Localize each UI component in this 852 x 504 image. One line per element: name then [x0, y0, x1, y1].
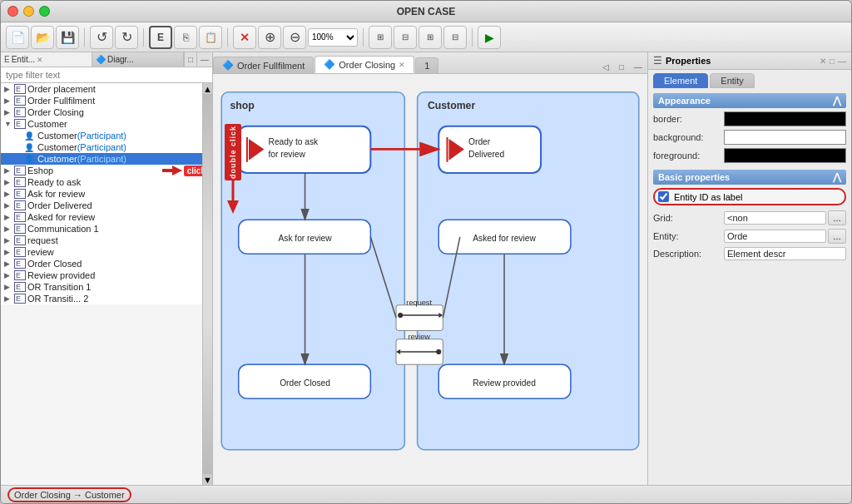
tree-item-or-transition-2[interactable]: ▶ E OR Transiti... 2 — [1, 293, 212, 304]
tab-1-label: 1 — [424, 61, 429, 71]
asked-for-review-label: Asked for review — [473, 234, 536, 243]
foreground-value[interactable] — [724, 148, 846, 163]
background-row: background: — [653, 130, 846, 145]
tree-item-order-delivered[interactable]: ▶ E Order Delivered — [1, 200, 212, 211]
basic-properties-section-header: Basic properties ⋀ — [653, 170, 846, 185]
zoom-in-button[interactable]: ⊕ — [258, 26, 281, 49]
tree-item-customer-participant-3[interactable]: 👤 Customer (Participant) — [1, 153, 212, 165]
basic-properties-collapse-icon[interactable]: ⋀ — [833, 171, 841, 183]
tree-item-eshop[interactable]: ▶ E Eshop click — [1, 165, 212, 176]
entity-id-checkbox-row: Entity ID as label — [653, 188, 846, 205]
tree-item-customer-group[interactable]: ▼ E Customer — [1, 118, 212, 130]
tree-item-customer-participant-1[interactable]: 👤 Customer (Participant) — [1, 130, 212, 141]
tree-item-ready-to-ask[interactable]: ▶ E Ready to ask — [1, 176, 212, 188]
layout-button-1[interactable]: ⊞ — [369, 26, 392, 49]
statusbar: Order Closing → Customer — [1, 485, 851, 503]
grid-value[interactable]: <non — [724, 211, 826, 225]
properties-max-btn[interactable]: □ — [830, 57, 835, 66]
paste-button[interactable]: 📋 — [199, 26, 222, 49]
diagram-tab-icon: 🔷 — [96, 55, 106, 64]
scroll-thumb[interactable] — [203, 95, 212, 473]
tab-entity[interactable]: Entity — [710, 73, 755, 88]
canvas-minimize-btn[interactable]: □ — [614, 61, 629, 73]
redo-button[interactable]: ↻ — [115, 26, 138, 49]
entity-btn[interactable]: … — [828, 229, 846, 244]
filter-input[interactable] — [1, 67, 212, 83]
appearance-collapse-icon[interactable]: ⋀ — [833, 95, 841, 106]
run-button[interactable]: ▶ — [478, 26, 501, 49]
scroll-down-button[interactable]: ▼ — [203, 473, 212, 485]
entity-button[interactable]: E — [149, 26, 172, 49]
canvas-max-btn[interactable]: — — [629, 61, 647, 73]
entity-icon: E — [14, 235, 26, 245]
left-panel-minimize[interactable]: — — [196, 52, 212, 67]
layout-button-3[interactable]: ⊞ — [419, 26, 442, 49]
ask-for-review-label: Ask for review — [278, 234, 332, 243]
canvas-collapse-btn[interactable]: ◁ — [597, 61, 614, 73]
delete-button[interactable]: ✕ — [233, 26, 256, 49]
entity-icon: E — [14, 84, 26, 94]
tree-item-ask-for-review[interactable]: ▶ E Ask for review — [1, 188, 212, 200]
new-file-button[interactable]: 📄 — [6, 26, 29, 49]
scroll-up-button[interactable]: ▲ — [203, 83, 212, 95]
svg-point-22 — [436, 349, 441, 354]
arrow-icon: ▶ — [4, 213, 14, 221]
zoom-select[interactable]: 100% 75% 150% — [308, 28, 358, 47]
background-value[interactable] — [724, 130, 846, 145]
tab-order-fullfilment[interactable]: 🔷 Order Fullfilment — [213, 57, 314, 73]
open-folder-button[interactable]: 📂 — [31, 26, 54, 49]
properties-icon: ☰ — [653, 55, 662, 67]
canvas-area: double click shop Customer — [213, 74, 647, 485]
tree-item-or-transition-1[interactable]: ▶ E OR Transition 1 — [1, 281, 212, 293]
properties-content: Appearance ⋀ border: background: foregro… — [648, 88, 851, 485]
copy-diagram-button[interactable]: ⎘ — [174, 26, 197, 49]
tab-order-closing[interactable]: 🔷 Order Closing ✕ — [315, 56, 414, 73]
dblclick-annotation: double click — [225, 124, 241, 214]
zoom-out-button[interactable]: ⊖ — [283, 26, 306, 49]
tree-item-order-fullfilment[interactable]: ▶ E Order Fullfilment — [1, 95, 212, 106]
tree-item-customer-participant-2[interactable]: 👤 Customer (Participant) — [1, 141, 212, 153]
grid-btn[interactable]: … — [828, 210, 846, 225]
entity-icon: E — [14, 200, 26, 210]
tab-element[interactable]: Element — [653, 73, 708, 88]
tree-item-order-closed[interactable]: ▶ E Order Closed — [1, 258, 212, 269]
entity-icon: E — [14, 212, 26, 222]
tree-item-order-closing[interactable]: ▶ E Order Closing — [1, 106, 212, 118]
tree-item-asked-for-review[interactable]: ▶ E Asked for review — [1, 211, 212, 223]
entity-tab[interactable]: E Entit... ✕ — [1, 52, 92, 67]
tree-item-communication[interactable]: ▶ E Communication 1 — [1, 223, 212, 235]
entity-tab-close[interactable]: ✕ — [37, 56, 43, 64]
tree-item-review[interactable]: ▶ E review — [1, 246, 212, 258]
properties-close-btn[interactable]: ✕ — [820, 57, 826, 66]
properties-collapse-btn[interactable]: — — [838, 57, 846, 66]
undo-button[interactable]: ↺ — [90, 26, 113, 49]
tab-1[interactable]: 1 — [415, 57, 438, 73]
entity-icon: E — [14, 224, 26, 234]
arrow-icon: ▶ — [4, 225, 14, 233]
diagram-tabbar: 🔷 Order Fullfilment 🔷 Order Closing ✕ 1 … — [213, 52, 647, 74]
toolbar-separator-2 — [143, 28, 144, 47]
maximize-button[interactable] — [39, 6, 50, 17]
close-button[interactable] — [7, 6, 18, 17]
save-button[interactable]: 💾 — [56, 26, 79, 49]
arrow-icon: ▶ — [4, 236, 14, 245]
entity-id-checkbox[interactable] — [658, 191, 669, 202]
entity-value[interactable]: Orde — [724, 230, 826, 243]
tree-item-review-provided[interactable]: ▶ E Review provided — [1, 269, 212, 281]
description-label: Description: — [653, 249, 724, 259]
tree-item-order-placement[interactable]: ▶ E Order placement — [1, 83, 212, 95]
order-delivered-label: Order — [468, 137, 491, 146]
tab-order-closing-close[interactable]: ✕ — [399, 61, 405, 69]
layout-button-4[interactable]: ⊟ — [443, 26, 467, 49]
layout-button-2[interactable]: ⊟ — [394, 26, 417, 49]
tree-scrollbar: ▲ ▼ — [202, 83, 212, 485]
tree-item-request[interactable]: ▶ E request — [1, 235, 212, 246]
diagram-tab[interactable]: 🔷 Diagr... — [92, 52, 184, 67]
border-value[interactable] — [724, 111, 846, 126]
minimize-button[interactable] — [23, 6, 34, 17]
description-value[interactable]: Element descr — [724, 247, 846, 260]
dblclick-label: double click — [225, 124, 241, 180]
arrow-icon: ▶ — [4, 190, 14, 198]
left-panel-collapse[interactable]: □ — [184, 52, 196, 67]
appearance-section-header: Appearance ⋀ — [653, 93, 846, 108]
